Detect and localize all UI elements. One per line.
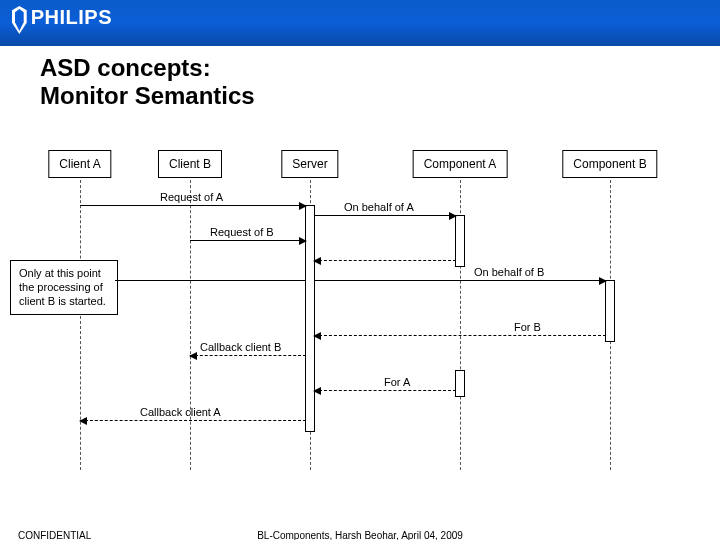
brand-text: PHILIPS bbox=[31, 6, 112, 29]
msg-on-behalf-b: On behalf of B bbox=[314, 280, 606, 281]
diagram-note: Only at this point the processing of cli… bbox=[10, 260, 118, 315]
philips-shield-icon bbox=[12, 6, 27, 34]
msg-label: For B bbox=[514, 321, 541, 333]
brand-header: PHILIPS bbox=[0, 0, 720, 46]
msg-callback-b: Callback client B bbox=[190, 355, 306, 356]
lifeline-client-a bbox=[80, 180, 81, 470]
actor-label: Client A bbox=[48, 150, 111, 178]
actor-component-a: Component A bbox=[413, 150, 508, 178]
note-text: Only at this point the processing of cli… bbox=[19, 267, 106, 307]
actor-label: Component A bbox=[413, 150, 508, 178]
confidential-label: CONFIDENTIAL bbox=[18, 530, 91, 540]
actor-server: Server bbox=[281, 150, 338, 178]
arrowhead-icon bbox=[449, 212, 457, 220]
arrowhead-icon bbox=[313, 332, 321, 340]
msg-for-b: For B bbox=[314, 335, 606, 336]
msg-label: Callback client B bbox=[200, 341, 281, 353]
msg-return-comp-a bbox=[314, 260, 456, 261]
footer-meta: BL-Components, Harsh Beohar, April 04, 2… bbox=[257, 530, 463, 540]
msg-on-behalf-a: On behalf of A bbox=[314, 215, 456, 216]
actor-component-b: Component B bbox=[562, 150, 657, 178]
actor-label: Server bbox=[281, 150, 338, 178]
slide-title: ASD concepts: Monitor Semantics bbox=[40, 54, 720, 109]
msg-for-a: For A bbox=[314, 390, 456, 391]
msg-label: Callback client A bbox=[140, 406, 221, 418]
msg-label: On behalf of B bbox=[474, 266, 544, 278]
philips-logo: PHILIPS bbox=[12, 6, 112, 40]
activation-comp-a-1 bbox=[455, 215, 465, 267]
msg-label: On behalf of A bbox=[344, 201, 414, 213]
activation-comp-b bbox=[605, 280, 615, 342]
msg-label: For A bbox=[384, 376, 410, 388]
msg-request-a: Request of A bbox=[80, 205, 306, 206]
actor-client-b: Client B bbox=[158, 150, 222, 178]
msg-label: Request of A bbox=[160, 191, 223, 203]
msg-label: Request of B bbox=[210, 226, 274, 238]
arrowhead-icon bbox=[299, 237, 307, 245]
actor-client-a: Client A bbox=[48, 150, 111, 178]
arrowhead-icon bbox=[599, 277, 607, 285]
actor-label: Client B bbox=[158, 150, 222, 178]
actor-label: Component B bbox=[562, 150, 657, 178]
title-line-2: Monitor Semantics bbox=[40, 82, 255, 109]
sequence-diagram: Client A Client B Server Component A Com… bbox=[40, 150, 680, 470]
arrowhead-icon bbox=[313, 387, 321, 395]
note-connector bbox=[115, 280, 305, 281]
arrowhead-icon bbox=[313, 257, 321, 265]
msg-request-b: Request of B bbox=[190, 240, 306, 241]
lifeline-client-b bbox=[190, 180, 191, 470]
msg-callback-a: Callback client A bbox=[80, 420, 306, 421]
activation-comp-a-2 bbox=[455, 370, 465, 397]
arrowhead-icon bbox=[79, 417, 87, 425]
arrowhead-icon bbox=[299, 202, 307, 210]
title-line-1: ASD concepts: bbox=[40, 54, 211, 81]
arrowhead-icon bbox=[189, 352, 197, 360]
